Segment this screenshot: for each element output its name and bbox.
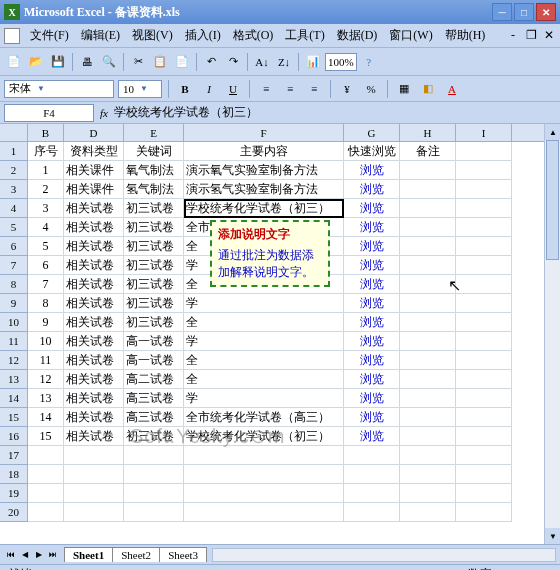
cell[interactable]	[400, 180, 456, 199]
cell[interactable]: 浏览	[344, 332, 400, 351]
scroll-down-button[interactable]: ▼	[545, 528, 560, 544]
redo-button[interactable]: ↷	[223, 52, 243, 72]
cell[interactable]	[456, 313, 512, 332]
cell[interactable]: 高一试卷	[124, 332, 184, 351]
cell[interactable]	[344, 503, 400, 522]
menu-item[interactable]: 帮助(H)	[439, 26, 492, 44]
cell[interactable]	[400, 218, 456, 237]
cell[interactable]: 10	[28, 332, 64, 351]
cell[interactable]: 浏览	[344, 256, 400, 275]
cell[interactable]: 11	[28, 351, 64, 370]
sort-desc-button[interactable]: Z↓	[274, 52, 294, 72]
cell[interactable]: 相关试卷	[64, 332, 124, 351]
row-header[interactable]: 20	[0, 503, 28, 522]
cell[interactable]: 相关试卷	[64, 408, 124, 427]
close-button[interactable]: ✕	[536, 3, 556, 21]
cell[interactable]: 1	[28, 161, 64, 180]
cell[interactable]: 全	[184, 351, 344, 370]
cell[interactable]: 初三试卷	[124, 199, 184, 218]
col-header[interactable]: I	[456, 124, 512, 141]
cell[interactable]	[184, 503, 344, 522]
align-left-button[interactable]: ≡	[256, 79, 276, 99]
cell[interactable]	[344, 465, 400, 484]
tab-nav-last[interactable]: ⏭	[46, 548, 60, 562]
cell[interactable]	[456, 199, 512, 218]
cell[interactable]	[456, 389, 512, 408]
row-header[interactable]: 14	[0, 389, 28, 408]
menu-item[interactable]: 插入(I)	[179, 26, 227, 44]
cell[interactable]	[124, 484, 184, 503]
scroll-up-button[interactable]: ▲	[545, 124, 560, 140]
cell[interactable]: 初三试卷	[124, 313, 184, 332]
row-header[interactable]: 5	[0, 218, 28, 237]
font-name-combo[interactable]: 宋体▼	[4, 80, 114, 98]
row-header[interactable]: 4	[0, 199, 28, 218]
cell[interactable]	[456, 408, 512, 427]
row-header[interactable]: 3	[0, 180, 28, 199]
cell-comment[interactable]: 添加说明文字 通过批注为数据添加解释说明文字。	[210, 220, 330, 287]
cell[interactable]	[456, 237, 512, 256]
scroll-thumb[interactable]	[546, 140, 559, 260]
cell[interactable]: 浏览	[344, 408, 400, 427]
col-header[interactable]: D	[64, 124, 124, 141]
new-button[interactable]: 📄	[4, 52, 24, 72]
cell[interactable]	[456, 218, 512, 237]
sheet-tab[interactable]: Sheet1	[64, 547, 113, 562]
sheet-tab[interactable]: Sheet2	[112, 547, 160, 562]
horizontal-scrollbar[interactable]	[212, 548, 556, 562]
cell[interactable]: 全	[184, 313, 344, 332]
cell[interactable]: 浏览	[344, 351, 400, 370]
row-header[interactable]: 7	[0, 256, 28, 275]
cell[interactable]	[456, 484, 512, 503]
row-header[interactable]: 11	[0, 332, 28, 351]
menu-item[interactable]: 窗口(W)	[383, 26, 438, 44]
font-color-button[interactable]: A	[442, 79, 462, 99]
menu-item[interactable]: 格式(O)	[227, 26, 280, 44]
cell[interactable]	[456, 351, 512, 370]
undo-button[interactable]: ↶	[201, 52, 221, 72]
row-header[interactable]: 2	[0, 161, 28, 180]
percent-button[interactable]: %	[361, 79, 381, 99]
cell[interactable]	[456, 503, 512, 522]
sort-asc-button[interactable]: A↓	[252, 52, 272, 72]
cell[interactable]: 高一试卷	[124, 351, 184, 370]
cut-button[interactable]: ✂	[128, 52, 148, 72]
underline-button[interactable]: U	[223, 79, 243, 99]
cell[interactable]: 2	[28, 180, 64, 199]
cell[interactable]	[456, 161, 512, 180]
header-cell[interactable]: 快速浏览	[344, 142, 400, 161]
chart-button[interactable]: 📊	[303, 52, 323, 72]
cell[interactable]	[124, 503, 184, 522]
cell[interactable]: 相关试卷	[64, 313, 124, 332]
cell[interactable]	[28, 465, 64, 484]
cell[interactable]	[64, 503, 124, 522]
zoom-combo[interactable]: 100%	[325, 53, 357, 71]
row-header[interactable]: 15	[0, 408, 28, 427]
menu-item[interactable]: 数据(D)	[331, 26, 384, 44]
col-header[interactable]: B	[28, 124, 64, 141]
cell[interactable]: 5	[28, 237, 64, 256]
row-header[interactable]: 18	[0, 465, 28, 484]
cell[interactable]	[400, 256, 456, 275]
name-box[interactable]: F4	[4, 104, 94, 122]
cell[interactable]: 6	[28, 256, 64, 275]
row-header[interactable]: 1	[0, 142, 28, 161]
cell[interactable]: 初三试卷	[124, 427, 184, 446]
print-button[interactable]: 🖶	[77, 52, 97, 72]
cell[interactable]: 相关试卷	[64, 199, 124, 218]
row-header[interactable]: 16	[0, 427, 28, 446]
col-header[interactable]: E	[124, 124, 184, 141]
cell[interactable]	[184, 465, 344, 484]
doc-close-button[interactable]: ✕	[542, 29, 556, 43]
cell[interactable]	[344, 446, 400, 465]
cell[interactable]	[456, 427, 512, 446]
cell[interactable]	[400, 161, 456, 180]
cell[interactable]: 8	[28, 294, 64, 313]
cell[interactable]: 氧气制法	[124, 161, 184, 180]
row-header[interactable]: 13	[0, 370, 28, 389]
cell[interactable]: 相关试卷	[64, 218, 124, 237]
copy-button[interactable]: 📋	[150, 52, 170, 72]
cell[interactable]	[400, 427, 456, 446]
cell[interactable]	[456, 256, 512, 275]
cell[interactable]	[400, 199, 456, 218]
